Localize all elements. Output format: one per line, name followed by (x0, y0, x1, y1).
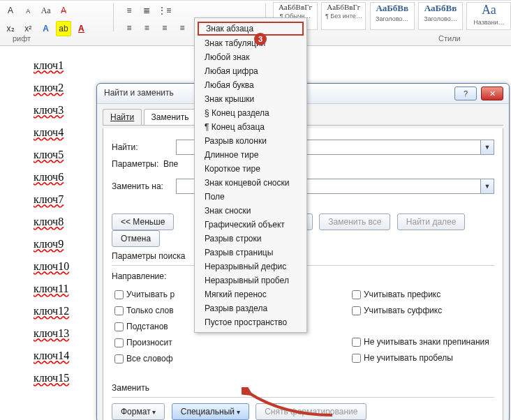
style-heading1[interactable]: АаБбВвЗаголово… (370, 2, 415, 30)
clear-format-icon[interactable]: A̶ (56, 3, 71, 18)
format-button[interactable]: Формат (112, 403, 165, 420)
close-button[interactable]: ✕ (481, 87, 503, 100)
ribbon-paragraph-group: ≡ ≣ ⋮≡ ≡ ≡ ≡ ≡ (119, 1, 195, 31)
mi-any-digit[interactable]: Любая цифра (195, 64, 306, 78)
tab-find[interactable]: Найти (103, 109, 142, 125)
chk-ignore-punct[interactable]: Не учитывать знаки препинания (349, 336, 494, 349)
chk-ignore-space[interactable]: Не учитывать пробелы (349, 352, 494, 365)
direction-label: Направление: (112, 271, 176, 281)
mi-opt-hyphen[interactable]: Мягкий перенос (195, 287, 306, 301)
change-case-icon[interactable]: Aa (38, 3, 54, 18)
list-item: ключ13 (34, 327, 91, 340)
list-item: ключ2 (34, 82, 91, 94)
list-item: ключ15 (34, 372, 91, 384)
list-item: ключ7 (34, 193, 91, 206)
mi-any-letter[interactable]: Любая буква (195, 78, 306, 92)
special-button[interactable]: Специальный (172, 403, 249, 420)
replace-label: Заменить на: (112, 181, 176, 191)
list-item: ключ5 (34, 149, 91, 161)
ribbon-group-label-styles: Стили (438, 34, 461, 43)
chk-whole-word[interactable]: Только слов (112, 304, 195, 317)
mi-column-break[interactable]: Разрыв колонки (195, 134, 306, 148)
justify-icon[interactable]: ≡ (175, 20, 190, 36)
cancel-button[interactable]: Отмена (112, 230, 160, 247)
less-button[interactable]: << Меньше (112, 213, 174, 230)
clear-formatting-button[interactable]: Снять форматирование (256, 403, 366, 420)
list-item: ключ12 (34, 305, 91, 317)
mi-page-break[interactable]: Разрыв страницы (195, 246, 306, 260)
text-effects-icon[interactable]: A (38, 21, 54, 36)
tab-replace[interactable]: Заменить (144, 109, 197, 125)
mi-white-space[interactable]: Пустое пространство (195, 315, 306, 329)
align-left-icon[interactable]: ≡ (121, 20, 137, 36)
list-item: ключ8 (34, 216, 91, 228)
align-center-icon[interactable]: ≡ (139, 20, 154, 36)
ribbon-group-label-font: рифт (13, 34, 31, 43)
grow-font-icon[interactable]: A (3, 3, 18, 18)
chk-suffix[interactable]: Учитывать суффикс (349, 304, 494, 317)
mi-field[interactable]: Поле (195, 190, 306, 204)
list-item: ключ4 (34, 126, 91, 139)
mi-line-break[interactable]: Разрыв строки (195, 232, 306, 246)
chk-match-case[interactable]: Учитывать р (112, 288, 195, 301)
mi-section-end[interactable]: § Конец раздела (195, 106, 306, 120)
list-item: ключ6 (34, 171, 91, 183)
replace-all-button[interactable]: Заменить все (319, 213, 390, 230)
mi-endnote-mark[interactable]: Знак концевой сноски (195, 176, 306, 190)
style-title[interactable]: АаНазвани… (466, 2, 511, 30)
list-item: ключ9 (34, 238, 91, 250)
style-nospacing[interactable]: АаБбВвГг¶ Без инте… (321, 2, 366, 30)
dialog-title: Найти и заменить (104, 88, 174, 98)
mi-any-char[interactable]: Любой знак (195, 50, 306, 64)
chk-sounds-like[interactable]: Произносит (112, 336, 195, 350)
dropdown-icon[interactable]: ▼ (480, 179, 494, 193)
style-heading2[interactable]: АаБбВвЗаголово… (418, 2, 463, 30)
list-item: ключ10 (34, 260, 91, 273)
document-body: ключ1 ключ2 ключ3 ключ4 ключ5 ключ6 ключ… (0, 59, 91, 394)
list-item: ключ11 (34, 283, 91, 295)
dropdown-icon[interactable]: ▼ (480, 140, 494, 154)
bullets-icon[interactable]: ≡ (121, 3, 137, 18)
list-item: ключ14 (34, 350, 91, 362)
mi-para-end[interactable]: ¶ Конец абзаца (195, 120, 306, 134)
find-next-button[interactable]: Найти далее (397, 213, 466, 230)
params-value: Впе (163, 159, 178, 169)
mi-en-dash[interactable]: Короткое тире (195, 162, 306, 176)
find-label: Найти: (112, 142, 176, 152)
mi-footnote-mark[interactable]: Знак сноски (195, 204, 306, 218)
mi-em-dash[interactable]: Длинное тире (195, 148, 306, 162)
mi-graphic[interactable]: Графический объект (195, 218, 306, 232)
mi-caret[interactable]: Знак крышки (195, 92, 306, 106)
numbering-icon[interactable]: ≣ (139, 3, 154, 18)
ribbon-font-group: A A Aa A̶ x₂ x² A ab A (0, 1, 112, 31)
shrink-font-icon[interactable]: A (20, 3, 36, 19)
font-color-icon[interactable]: A (73, 21, 89, 36)
mi-nb-space[interactable]: Неразрывный пробел (195, 273, 306, 287)
highlight-icon[interactable]: ab (56, 21, 71, 36)
footer-group-title: Заменить (112, 383, 494, 393)
ribbon-styles-group: АаБбВвГг¶ Обычн… АаБбВвГг¶ Без инте… АаБ… (272, 1, 511, 31)
list-item: ключ1 (34, 59, 91, 72)
chk-wildcards[interactable]: Подстанов (112, 320, 195, 333)
chk-prefix[interactable]: Учитывать префикс (349, 288, 494, 301)
list-item: ключ3 (34, 104, 91, 117)
annotation-badge: 3 (254, 33, 267, 45)
mi-paragraph-mark[interactable]: Знак абзаца (198, 22, 304, 36)
help-button[interactable]: ? (454, 87, 477, 100)
multilevel-icon[interactable]: ⋮≡ (157, 3, 172, 18)
mi-section-break[interactable]: Разрыв раздела (195, 301, 306, 315)
params-label: Параметры: (112, 159, 158, 169)
align-right-icon[interactable]: ≡ (157, 20, 172, 36)
mi-nb-hyphen[interactable]: Неразрывный дефис (195, 260, 306, 273)
special-popup: Знак абзаца Знак табуляции Любой знак Лю… (194, 17, 307, 333)
mi-tab-char[interactable]: Знак табуляции (195, 36, 306, 50)
chk-word-forms[interactable]: Все словоф (112, 352, 195, 366)
